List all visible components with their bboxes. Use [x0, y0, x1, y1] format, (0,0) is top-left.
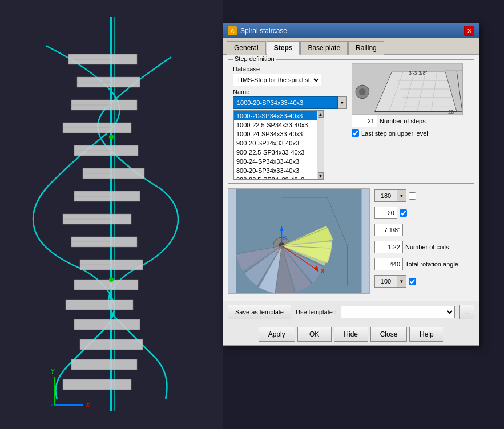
tab-base-plate[interactable]: Base plate [300, 41, 348, 55]
name-option-3[interactable]: 900-20-SP34x33-40x3 [234, 139, 323, 148]
close-button-bottom[interactable]: Close [370, 327, 408, 342]
coils-row: Number of coils [374, 241, 474, 253]
dialog-title: A Spiral staircase [228, 26, 287, 35]
inner-dim-row [374, 224, 474, 236]
rotation-row: Total rotation angle [374, 258, 474, 270]
offset-checkbox[interactable] [400, 209, 407, 217]
svg-rect-14 [74, 280, 138, 290]
name-option-4[interactable]: 900-22.5-SP34x33-40x3 [234, 148, 323, 157]
name-label: Name [233, 88, 347, 95]
bottom-section: Z X [228, 188, 474, 294]
dialog-content: Step definition Database HMS-Step for th… [223, 55, 479, 301]
svg-rect-19 [63, 379, 131, 390]
tab-steps[interactable]: Steps [267, 41, 300, 55]
template-dots-button[interactable]: ... [459, 305, 474, 319]
last-step-checkbox[interactable] [352, 129, 359, 137]
angle-dropdown-arrow[interactable]: ▼ [397, 189, 406, 202]
angle-row: 180 ▼ [374, 189, 474, 202]
name-dropdown-list: 1000-20-SP34x33-40x3 1000-22.5-SP34x33-4… [233, 110, 324, 180]
use-template-label: Use template : [296, 309, 336, 315]
num-steps-row: Number of steps [352, 115, 469, 127]
svg-point-49 [359, 88, 366, 95]
name-option-5[interactable]: 900-24-SP34x33-40x3 [234, 157, 323, 166]
staircase-area: X Y Z [0, 0, 223, 429]
template-select[interactable] [341, 306, 455, 318]
database-select[interactable]: HMS-Step for the spiral stair [233, 74, 321, 86]
name-option-0[interactable]: 1000-20-SP34x33-40x3 [234, 111, 323, 120]
close-button[interactable]: ✕ [464, 26, 474, 36]
visualization-area: Z X [228, 188, 370, 294]
num-steps-input[interactable] [352, 115, 377, 127]
last-control-row: 100 ▼ [374, 275, 474, 288]
app-icon: A [228, 26, 237, 35]
last-step-label: Last step on upper level [361, 130, 469, 137]
tab-bar: General Steps Base plate Railing [223, 38, 479, 55]
main-layout: Database HMS-Step for the spiral stair N… [233, 63, 469, 180]
help-button[interactable]: Help [409, 327, 443, 342]
svg-point-31 [109, 277, 114, 282]
name-option-6[interactable]: 800-20-SP34x33-40x3 [234, 166, 323, 175]
ok-button[interactable]: OK [297, 327, 332, 342]
svg-text:20: 20 [448, 109, 454, 115]
svg-text:Z: Z [283, 234, 287, 241]
coils-input[interactable] [374, 241, 403, 253]
name-dropdown-selected[interactable]: 1000-20-SP34x33-40x3 [233, 96, 338, 109]
hide-button[interactable]: Hide [334, 327, 368, 342]
num-steps-label: Number of steps [380, 118, 469, 124]
name-option-1[interactable]: 1000-22.5-SP34x33-40x3 [234, 120, 323, 129]
name-dropdown-arrow[interactable]: ▼ [338, 96, 347, 109]
tab-railing[interactable]: Railing [348, 41, 384, 55]
last-dropdown: 100 ▼ [374, 275, 406, 288]
spiral-staircase-dialog: A Spiral staircase ✕ General Steps Base … [223, 23, 479, 346]
step-preview: 3'-3 3/8" 20 [352, 63, 463, 115]
svg-text:X: X [321, 268, 325, 274]
coils-label: Number of coils [405, 244, 474, 250]
right-controls: 180 ▼ Number of coils [374, 188, 474, 294]
svg-rect-16 [74, 319, 140, 330]
dialog-titlebar: A Spiral staircase ✕ [223, 23, 479, 38]
svg-rect-18 [71, 359, 137, 370]
scrollbar-down[interactable]: ▼ [318, 172, 324, 179]
inner-dim-input[interactable] [374, 224, 403, 236]
apply-button[interactable]: Apply [259, 327, 295, 342]
last-checkbox[interactable] [409, 278, 416, 285]
database-row: HMS-Step for the spiral stair [233, 74, 347, 86]
svg-text:X: X [85, 401, 91, 409]
offset-row [374, 207, 474, 219]
database-label: Database [233, 66, 347, 72]
name-options-list: 1000-20-SP34x33-40x3 1000-22.5-SP34x33-4… [233, 111, 324, 179]
name-option-7[interactable]: 800-22.5-SP34x33-40x3 [234, 175, 323, 179]
last-step-row: Last step on upper level [352, 129, 469, 137]
svg-text:Z: Z [50, 402, 54, 408]
svg-text:3'-3 3/8": 3'-3 3/8" [409, 70, 428, 76]
template-row: Save as template Use template : ... [223, 301, 479, 323]
angle-value: 180 [374, 189, 397, 202]
dialog-title-text: Spiral staircase [240, 27, 287, 35]
dialog-buttons: Apply OK Hide Close Help [223, 323, 479, 345]
angle-dropdown: 180 ▼ [374, 189, 406, 202]
group-label: Step definition [233, 55, 276, 62]
scrollbar-up[interactable]: ▲ [318, 111, 324, 118]
name-option-2[interactable]: 1000-24-SP34x33-40x3 [234, 129, 323, 139]
rotation-input[interactable] [374, 258, 403, 270]
save-template-button[interactable]: Save as template [228, 305, 291, 319]
right-panel: 3'-3 3/8" 20 Number of steps Last step o… [352, 63, 469, 180]
step-definition-group: Step definition Database HMS-Step for th… [228, 59, 474, 184]
tab-general[interactable]: General [227, 41, 266, 55]
last-dropdown-arrow[interactable]: ▼ [397, 275, 406, 288]
svg-text:Y: Y [50, 367, 55, 375]
svg-rect-17 [80, 339, 143, 350]
left-panel: Database HMS-Step for the spiral stair N… [233, 63, 347, 180]
last-value: 100 [374, 275, 397, 288]
angle-checkbox[interactable] [409, 192, 416, 200]
svg-rect-15 [66, 300, 133, 310]
offset-input[interactable] [374, 207, 397, 219]
svg-point-30 [109, 135, 114, 139]
rotation-label: Total rotation angle [405, 261, 474, 268]
